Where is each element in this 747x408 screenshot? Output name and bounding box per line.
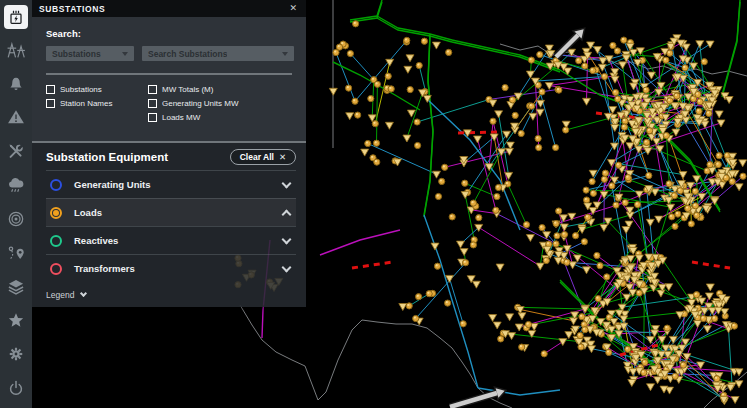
panel-title: SUBSTATIONS bbox=[39, 4, 105, 14]
layers-icon[interactable] bbox=[3, 274, 29, 300]
checkbox-box[interactable] bbox=[46, 85, 55, 94]
generating-units-ring-icon bbox=[50, 179, 62, 191]
chevron-down-icon[interactable] bbox=[282, 262, 292, 272]
radar-icon[interactable] bbox=[3, 206, 29, 232]
storm-icon[interactable] bbox=[3, 172, 29, 198]
close-icon[interactable]: ✕ bbox=[289, 4, 297, 13]
bell-icon[interactable] bbox=[3, 71, 29, 97]
checkbox-box[interactable] bbox=[148, 99, 157, 108]
equipment-row-loads[interactable]: Loads bbox=[46, 198, 296, 226]
checkbox-label: MW Totals (M) bbox=[162, 85, 213, 94]
tool-sidebar bbox=[0, 0, 32, 408]
equipment-row-label: Transformers bbox=[74, 263, 283, 274]
clear-all-label: Clear All bbox=[240, 152, 274, 162]
checkbox-label: Station Names bbox=[60, 99, 112, 108]
equipment-row-reactives[interactable]: Reactives bbox=[46, 226, 296, 254]
power-icon[interactable] bbox=[3, 375, 29, 401]
chevron-down-icon bbox=[122, 52, 128, 56]
chevron-down-icon bbox=[282, 52, 288, 56]
clear-all-button[interactable]: Clear All ✕ bbox=[230, 149, 296, 165]
chevron-down-icon[interactable] bbox=[282, 234, 292, 244]
route-pin-icon[interactable] bbox=[3, 240, 29, 266]
gear-icon[interactable] bbox=[3, 341, 29, 367]
transmission-towers-icon[interactable] bbox=[3, 37, 29, 63]
legend-label: Legend bbox=[46, 290, 74, 300]
clear-all-close-icon: ✕ bbox=[279, 152, 286, 162]
checkbox-loads-mw[interactable]: Loads MW bbox=[148, 113, 238, 122]
checkbox-label: Loads MW bbox=[162, 113, 200, 122]
warning-icon[interactable] bbox=[3, 104, 29, 130]
chevron-up-icon[interactable] bbox=[282, 210, 292, 220]
search-type-dropdown[interactable]: Substations bbox=[46, 46, 134, 61]
search-label: Search: bbox=[46, 28, 294, 39]
checkbox-mw-totals[interactable]: MW Totals (M) bbox=[148, 85, 238, 94]
substation-icon[interactable] bbox=[4, 5, 28, 29]
checkbox-label: Generating Units MW bbox=[162, 99, 238, 108]
checkbox-box[interactable] bbox=[148, 113, 157, 122]
equipment-section-title: Substation Equipment bbox=[46, 151, 168, 163]
panel-header: SUBSTATIONS ✕ bbox=[32, 0, 306, 17]
equipment-row-transformers[interactable]: Transformers bbox=[46, 254, 296, 282]
loads-ring-icon bbox=[50, 207, 62, 219]
chevron-down-icon bbox=[80, 290, 87, 297]
checkbox-substations[interactable]: Substations bbox=[46, 85, 148, 94]
search-type-value: Substations bbox=[52, 49, 101, 59]
star-icon[interactable] bbox=[3, 307, 29, 333]
search-substations-input[interactable]: Search Substations bbox=[142, 46, 294, 61]
app-window: SUBSTATIONS ✕ Search: Substations Search… bbox=[0, 0, 747, 408]
equipment-row-label: Reactives bbox=[74, 235, 283, 246]
chevron-down-icon[interactable] bbox=[282, 178, 292, 188]
checkbox-box[interactable] bbox=[148, 85, 157, 94]
search-substations-placeholder: Search Substations bbox=[148, 49, 227, 59]
equipment-row-generating-units[interactable]: Generating Units bbox=[46, 170, 296, 198]
transformers-ring-icon bbox=[50, 263, 62, 275]
checkbox-label: Substations bbox=[60, 85, 102, 94]
equipment-row-label: Generating Units bbox=[74, 179, 283, 190]
reactives-ring-icon bbox=[50, 235, 62, 247]
divider bbox=[46, 73, 292, 75]
search-section: Search: Substations Search Substations S… bbox=[32, 17, 306, 141]
tools-icon[interactable] bbox=[3, 138, 29, 164]
checkbox-box[interactable] bbox=[46, 99, 55, 108]
equipment-row-label: Loads bbox=[74, 207, 283, 218]
checkbox-station-names[interactable]: Station Names bbox=[46, 99, 148, 108]
substation-equipment-section: Substation Equipment Clear All ✕ Generat… bbox=[32, 141, 306, 307]
legend-toggle[interactable]: Legend bbox=[46, 282, 296, 307]
substations-panel: SUBSTATIONS ✕ Search: Substations Search… bbox=[32, 0, 306, 305]
checkbox-generating-units-mw[interactable]: Generating Units MW bbox=[148, 99, 238, 108]
